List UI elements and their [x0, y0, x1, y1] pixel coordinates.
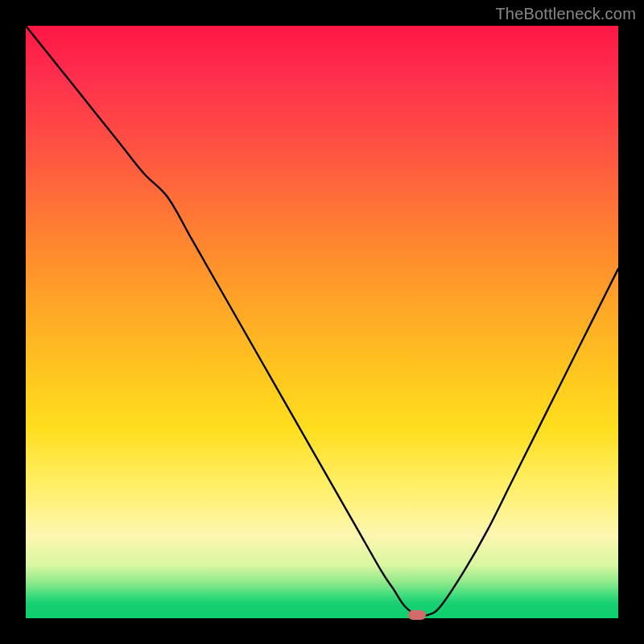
plot-area [26, 26, 618, 618]
optimum-marker [408, 610, 426, 620]
bottleneck-curve [26, 26, 618, 618]
chart-frame: TheBottleneck.com [0, 0, 644, 644]
watermark-text: TheBottleneck.com [495, 5, 636, 23]
